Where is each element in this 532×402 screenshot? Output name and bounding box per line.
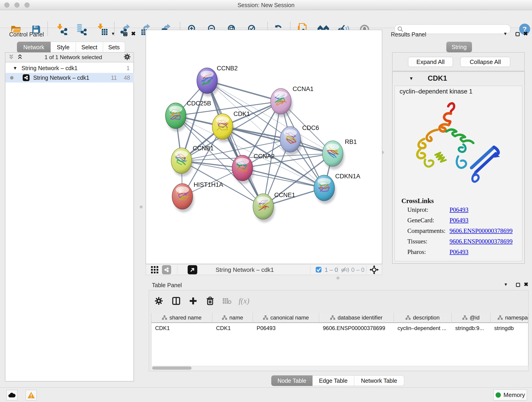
network-node-cdc6[interactable] <box>280 127 301 152</box>
function-builder-button[interactable]: f(x) <box>238 295 250 307</box>
memory-button[interactable]: Memory <box>494 389 527 400</box>
network-node-cdc25b[interactable] <box>165 103 186 128</box>
results-panel-float-button[interactable] <box>515 32 520 37</box>
network-node-hist1h1a[interactable] <box>172 184 193 209</box>
hidden-nodes-edges-count: 0 – 0 <box>351 266 365 274</box>
table-panel-title: Table Panel <box>152 282 182 288</box>
table-cell[interactable]: stringdb <box>491 323 528 333</box>
table-panel-float-button[interactable] <box>516 283 520 288</box>
network-birds-eye-button[interactable] <box>162 265 171 274</box>
column-header[interactable]: canonical name <box>270 314 309 321</box>
tab-select[interactable]: Select <box>76 42 103 53</box>
crosslink-label: Compartments: <box>407 227 445 235</box>
results-panel-close-button[interactable]: ✖ <box>523 31 528 37</box>
protein-structure-image <box>403 98 509 195</box>
results-tab-string[interactable]: String <box>446 42 472 52</box>
network-list-toolbar: 1 of 1 Network selected <box>5 52 134 62</box>
collapse-triangle-icon[interactable]: ▼ <box>13 65 17 71</box>
network-node-ccne1[interactable] <box>253 194 273 219</box>
table-horizontal-scrollbar[interactable] <box>151 366 528 370</box>
table-panel-close-button[interactable]: ✖ <box>524 281 528 288</box>
open-in-window-button[interactable] <box>188 265 197 274</box>
crosslink-tissues-link[interactable]: 9606.ENSP00000378699 <box>450 238 513 245</box>
table-panel-menu-caret[interactable]: ▾ <box>505 281 507 287</box>
table-cell[interactable]: stringdb:9... <box>452 323 491 333</box>
network-node-ccna1[interactable] <box>271 89 291 114</box>
network-node-ccnb2[interactable] <box>197 68 217 94</box>
network-list-options-button[interactable] <box>124 54 130 61</box>
crosslink-genecard-link[interactable]: P06493 <box>450 217 469 224</box>
crosslink-pharos-link[interactable]: P06493 <box>450 249 469 255</box>
show-columns-button[interactable] <box>171 295 182 307</box>
control-panel-title: Control Panel <box>9 31 44 38</box>
tab-edge-table[interactable]: Edge Table <box>312 375 354 386</box>
selected-filter-checkbox[interactable] <box>316 267 322 274</box>
import-network-button[interactable] <box>56 23 68 36</box>
cloud-status-button[interactable] <box>6 390 17 400</box>
collapse-all-networks-button[interactable] <box>8 54 14 61</box>
results-expand-collapse-box: Expand All Collapse All <box>392 52 525 71</box>
table-cell[interactable]: 9606.ENSP00000378699 <box>319 323 394 333</box>
gear-icon <box>155 297 163 305</box>
gene-header-row[interactable]: ▼ CDK1 <box>393 72 525 85</box>
crosshair-move-icon <box>370 265 379 274</box>
network-node-ccna2[interactable] <box>232 155 253 181</box>
tab-style[interactable]: Style <box>51 42 76 53</box>
table-cell[interactable]: CDK1 <box>152 323 212 333</box>
control-panel-close-button[interactable]: ✖ <box>131 31 136 37</box>
network-collection-row[interactable]: ▼ String Network – cdk1 1 <box>6 63 134 73</box>
window-title: Session: New Session <box>0 2 532 8</box>
table-cell[interactable]: cyclin–dependent ... <box>394 323 452 333</box>
tab-network-table[interactable]: Network Table <box>354 375 404 386</box>
column-header[interactable]: namespace <box>505 314 528 321</box>
table-options-button[interactable] <box>153 295 165 307</box>
network-node-ccnb1[interactable] <box>171 148 192 173</box>
import-network-from-database-button[interactable] <box>75 23 88 36</box>
share-icon <box>164 267 169 272</box>
expand-all-button[interactable]: Expand All <box>408 57 453 67</box>
delete-table-button[interactable] <box>221 295 233 307</box>
gene-collapse-triangle-icon[interactable]: ▼ <box>409 76 413 81</box>
column-header[interactable]: description <box>413 314 439 321</box>
pan-mode-button[interactable] <box>370 265 379 275</box>
network-node-rb1[interactable] <box>322 141 343 166</box>
node-label-cdc25b: CDC25B <box>187 100 211 107</box>
collection-name: String Network – cdk1 <box>22 65 78 71</box>
current-network-name: String Network – cdk1 <box>215 266 274 274</box>
checkbox-checked-icon <box>316 267 322 273</box>
column-header[interactable]: name <box>229 314 243 321</box>
warnings-button[interactable] <box>26 390 37 400</box>
control-panel-float-button[interactable] <box>123 32 127 37</box>
column-header[interactable]: shared name <box>169 314 201 321</box>
collapse-all-button[interactable]: Collapse All <box>460 57 510 67</box>
import-table-button[interactable] <box>96 23 109 36</box>
column-header[interactable]: database identifier <box>337 314 382 321</box>
memory-status-dot <box>496 392 501 398</box>
string-network-graph[interactable]: CCNB2CCNA1CDC25BCDK1CDC6RB1CCNB1CCNA2CDK… <box>146 30 382 264</box>
node-label-ccnb2: CCNB2 <box>217 65 238 72</box>
network-canvas[interactable]: CCNB2CCNA1CDC25BCDK1CDC6RB1CCNB1CCNA2CDK… <box>146 30 382 264</box>
scrollbar-thumb[interactable] <box>152 366 191 370</box>
crosslink-uniprot-link[interactable]: P06493 <box>450 206 469 213</box>
tab-sets[interactable]: Sets <box>103 42 125 53</box>
network-node-cdk1[interactable] <box>212 114 233 139</box>
left-splitter-handle[interactable] <box>140 206 143 208</box>
column-header[interactable]: @id <box>470 314 480 321</box>
tab-node-table[interactable]: Node Table <box>271 375 312 386</box>
expand-all-networks-button[interactable] <box>17 54 23 61</box>
control-panel-menu-caret[interactable]: ▾ <box>112 31 114 37</box>
network-row-selected[interactable]: String Network – cdk1 11 48 <box>6 73 134 83</box>
crosslink-label: Tissues: <box>407 238 428 245</box>
hidden-filter-icon[interactable] <box>341 267 349 274</box>
results-panel-menu-caret[interactable]: ▾ <box>504 31 507 37</box>
bottom-splitter-handle[interactable] <box>336 277 339 279</box>
delete-column-button[interactable] <box>204 295 216 307</box>
table-cell[interactable]: P06493 <box>253 323 319 333</box>
show-grid-button[interactable] <box>151 266 159 274</box>
column-type-icon <box>405 315 411 320</box>
table-cell[interactable]: CDK1 <box>212 323 253 333</box>
crosslink-compartments-link[interactable]: 9606.ENSP00000378699 <box>450 227 513 235</box>
create-column-button[interactable] <box>187 295 199 307</box>
tab-network[interactable]: Network <box>17 42 51 53</box>
network-node-cdkn1a[interactable] <box>314 175 335 201</box>
